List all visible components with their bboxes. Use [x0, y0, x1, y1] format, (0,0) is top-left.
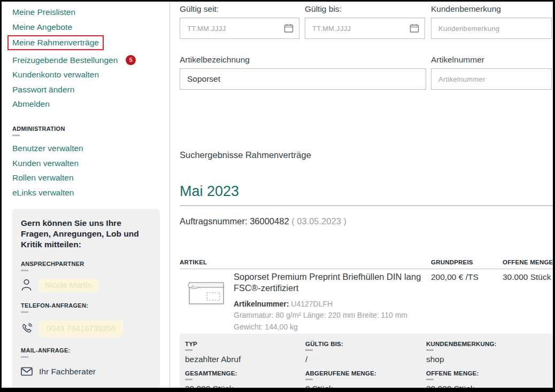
- detail-gueltig-bis: GÜLTIG BIS: /: [305, 341, 426, 364]
- detail-value: /: [305, 355, 426, 364]
- main-content: Gültig seit: Gültig bis:: [170, 2, 553, 388]
- product-weight: Gewicht: 144,00 kg: [234, 322, 437, 333]
- detail-value: 0 Stück: [305, 384, 426, 388]
- mail-row: Ihr Fachberater: [21, 365, 151, 379]
- detail-offene-menge: OFFENE MENGE: 30.000 Stück: [426, 370, 553, 388]
- phone-row: 0049 78416739356: [21, 320, 151, 337]
- detail-gesamtmenge: GESAMTMENGE: 30.000 Stück: [185, 370, 305, 388]
- detail-underline: [426, 349, 434, 351]
- pending-orders-count-badge: 5: [126, 55, 136, 65]
- section-title-underline: [12, 135, 20, 136]
- detail-value: bezahlter Abruf: [185, 355, 305, 364]
- envelope-product-image: [188, 280, 225, 305]
- sidebar-item-meine-rahmenvertraege[interactable]: Meine Rahmenverträge: [12, 37, 99, 48]
- sidebar-item-meine-rahmenvertraege-row: Meine Rahmenverträge: [12, 36, 169, 50]
- detail-label: OFFENE MENGE:: [426, 370, 553, 377]
- results-title: Suchergebnisse Rahmenverträge: [180, 150, 311, 160]
- column-header-artikel: ARTIKEL: [180, 259, 207, 265]
- detail-value: shop: [426, 355, 553, 364]
- detail-underline: [426, 379, 434, 380]
- article-name-field: Artikelbezeichnung: [180, 55, 426, 90]
- sidebar-item-rollen-verwalten[interactable]: Rollen verwalten: [12, 173, 169, 183]
- valid-to-label: Gültig bis:: [305, 4, 425, 14]
- month-divider: [180, 205, 553, 206]
- phone-number[interactable]: 0049 78416739356: [39, 320, 123, 337]
- contact-person-underline: [21, 270, 28, 271]
- detail-label: TYP: [185, 341, 305, 347]
- mail-icon: [21, 367, 33, 376]
- product-article-number: Artikelnummer: U4127DLFH: [234, 299, 437, 310]
- product-attributes: Grammatur: 80 g/m² Länge: 220 mm Breite:…: [234, 310, 437, 321]
- detail-typ: TYP bezahlter Abruf: [185, 341, 305, 364]
- valid-from-field: Gültig seit:: [180, 4, 299, 39]
- sidebar-item-kundenkonto-verwalten[interactable]: Kundenkonto verwalten: [12, 69, 169, 80]
- product-title[interactable]: Soporset Premium Preprint Briefhüllen DI…: [234, 271, 433, 294]
- mail-underline: [21, 356, 28, 358]
- customer-note-input[interactable]: [431, 18, 552, 39]
- article-number-input[interactable]: [431, 68, 552, 90]
- article-name-input[interactable]: [180, 68, 426, 90]
- article-number-label: Artikelnummer: [431, 55, 552, 65]
- contract-detail-block: TYP bezahlter Abruf GÜLTIG BIS: / KUNDEN…: [180, 334, 553, 388]
- contact-person-name: Nicole Martin: [38, 279, 98, 292]
- calendar-icon[interactable]: [284, 23, 294, 33]
- contact-person-row: Nicole Martin: [21, 278, 151, 292]
- sidebar-item-meine-angebote[interactable]: Meine Angebote: [12, 22, 169, 32]
- customer-note-label: Kundenbemerkung: [431, 4, 552, 14]
- product-base-price: 200,00 € /TS: [431, 272, 479, 282]
- detail-abgerufene-menge: ABGERUFENE MENGE: 0 Stück: [305, 370, 426, 388]
- customer-note-field: Kundenbemerkung: [431, 4, 552, 39]
- mail-contact-link[interactable]: Ihr Fachberater: [39, 367, 96, 377]
- sidebar: Meine Preislisten Meine Angebote Meine R…: [2, 2, 170, 388]
- sidebar-item-meine-preislisten[interactable]: Meine Preislisten: [12, 7, 169, 17]
- detail-underline: [185, 349, 192, 351]
- product-meta: Artikelnummer: U4127DLFH Grammatur: 80 g…: [234, 299, 437, 333]
- sidebar-item-elinks-verwalten[interactable]: eLinks verwalten: [12, 187, 169, 198]
- administration-section-title: ADMINISTRATION: [12, 126, 169, 132]
- person-icon: [21, 279, 32, 291]
- contact-person-label: ANSPRECHPARTNER: [21, 261, 151, 267]
- sidebar-item-kunden-verwalten[interactable]: Kunden verwalten: [12, 158, 169, 168]
- article-name-label: Artikelbezeichnung: [180, 55, 426, 65]
- phone-underline: [21, 311, 28, 313]
- page-frame: Meine Preislisten Meine Angebote Meine R…: [0, 0, 555, 392]
- annotation-red-box: Meine Rahmenverträge: [7, 35, 104, 50]
- valid-from-label: Gültig seit:: [180, 4, 299, 14]
- order-number-value: 36000482: [250, 216, 289, 226]
- detail-value: 30.000 Stück: [426, 384, 553, 388]
- product-article-number-label: Artikelnummer:: [234, 300, 291, 308]
- detail-underline: [305, 379, 313, 380]
- product-open-quantity: 30.000 Stück: [503, 272, 551, 282]
- valid-to-input[interactable]: [305, 18, 425, 39]
- phone-label: TELEFON-ANFRAGEN:: [21, 302, 151, 309]
- column-header-grundpreis: GRUNDPREIS: [431, 259, 473, 265]
- detail-value: 30.000 Stück: [185, 384, 305, 388]
- column-header-offene-menge: OFFENE MENGE: [503, 259, 553, 265]
- phone-icon: [21, 323, 33, 334]
- valid-from-input[interactable]: [180, 18, 299, 39]
- table-header-divider: [180, 269, 553, 269]
- sidebar-item-benutzer-verwalten[interactable]: Benutzer verwalten: [12, 143, 169, 153]
- sidebar-item-abmelden[interactable]: Abmelden: [12, 99, 169, 109]
- detail-label: KUNDENBEMERKUNG:: [426, 341, 553, 347]
- detail-underline: [305, 349, 313, 351]
- detail-kundenbemerkung: KUNDENBEMERKUNG: shop: [426, 341, 553, 364]
- detail-label: ABGERUFENE MENGE:: [305, 370, 426, 377]
- contact-box: Gern können Sie uns Ihre Fragen, Anregun…: [12, 209, 160, 388]
- contact-intro-text: Gern können Sie uns Ihre Fragen, Anregun…: [21, 218, 151, 250]
- valid-to-field: Gültig bis:: [305, 4, 425, 39]
- calendar-icon[interactable]: [410, 23, 419, 33]
- order-number-line: Auftragsnummer: 36000482 ( 03.05.2023 ): [180, 216, 346, 226]
- month-heading: Mai 2023: [180, 183, 239, 200]
- article-number-field: Artikelnummer: [431, 55, 552, 90]
- sidebar-item-freizugebende-bestellungen-row: Freizugebende Bestellungen 5: [12, 55, 169, 65]
- order-date: ( 03.05.2023 ): [289, 216, 346, 226]
- detail-label: GESAMTMENGE:: [185, 370, 305, 377]
- order-number-label: Auftragsnummer:: [180, 216, 250, 226]
- detail-label: GÜLTIG BIS:: [305, 341, 426, 347]
- detail-underline: [185, 379, 192, 380]
- sidebar-item-freizugebende-bestellungen[interactable]: Freizugebende Bestellungen: [12, 55, 118, 65]
- sidebar-item-passwort-aendern[interactable]: Passwort ändern: [12, 84, 169, 95]
- mail-label: MAIL-ANFRAGE:: [21, 347, 151, 354]
